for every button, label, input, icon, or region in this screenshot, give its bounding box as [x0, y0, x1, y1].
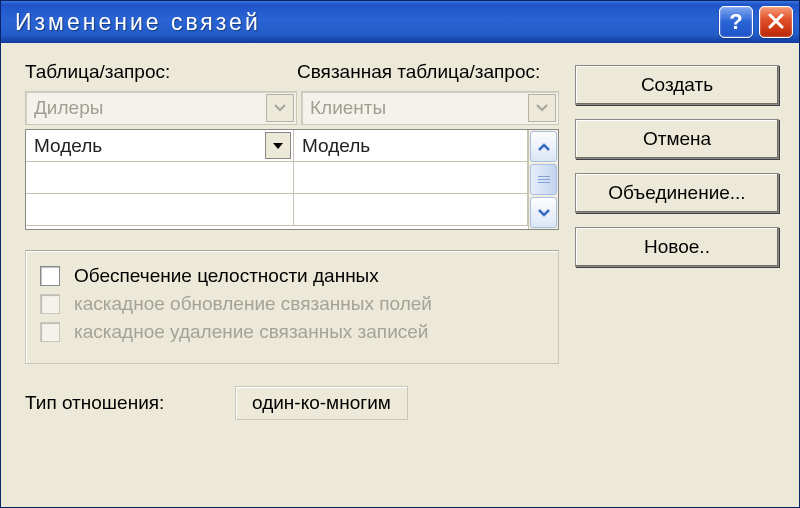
checkbox-cascade-delete-label: каскадное удаление связанных записей — [74, 321, 428, 343]
right-field-value: Модель — [302, 135, 370, 157]
new-button-label: Новое.. — [644, 236, 710, 258]
dialog-window: Изменение связей ? Таблица/запрос: Связа… — [0, 0, 800, 508]
table-combo[interactable]: Дилеры — [25, 91, 297, 125]
chevron-down-icon — [274, 104, 286, 112]
integrity-group: Обеспечение целостности данных каскадное… — [25, 250, 559, 364]
left-field-value: Модель — [34, 135, 102, 157]
checkbox-row-cascade-delete: каскадное удаление связанных записей — [40, 321, 544, 343]
table-row — [26, 194, 528, 226]
left-field-cell[interactable]: Модель — [26, 130, 294, 162]
label-related-table-query: Связанная таблица/запрос: — [297, 61, 540, 83]
vertical-scrollbar[interactable] — [528, 130, 558, 229]
checkbox-cascade-update — [40, 294, 60, 314]
close-button[interactable] — [759, 6, 793, 38]
titlebar: Изменение связей ? — [1, 1, 799, 43]
help-button[interactable]: ? — [719, 6, 753, 38]
empty-cell[interactable] — [294, 194, 528, 226]
relation-type-label: Тип отношения: — [25, 392, 235, 414]
empty-cell[interactable] — [26, 162, 294, 194]
checkbox-integrity-label: Обеспечение целостности данных — [74, 265, 379, 287]
relation-type-row: Тип отношения: один-ко-многим — [25, 386, 559, 420]
checkbox-cascade-update-label: каскадное обновление связанных полей — [74, 293, 432, 315]
chevron-down-icon — [536, 104, 548, 112]
table-row — [26, 162, 528, 194]
left-column: Таблица/запрос: Связанная таблица/запрос… — [25, 61, 575, 489]
left-field-dropdown-button[interactable] — [265, 132, 291, 159]
caret-down-icon — [273, 143, 283, 149]
help-icon: ? — [729, 9, 742, 35]
table-row: Модель Модель — [26, 130, 528, 162]
empty-cell[interactable] — [26, 194, 294, 226]
related-table-combo-dropdown-button[interactable] — [528, 94, 556, 122]
scroll-thumb[interactable] — [530, 164, 557, 195]
button-column: Создать Отмена Объединение... Новое.. — [575, 61, 779, 489]
chevron-down-icon — [538, 209, 550, 217]
labels-row: Таблица/запрос: Связанная таблица/запрос… — [25, 61, 559, 83]
label-table-query: Таблица/запрос: — [25, 61, 297, 83]
join-button-label: Объединение... — [608, 182, 745, 204]
join-button[interactable]: Объединение... — [575, 173, 779, 213]
table-combo-value: Дилеры — [34, 97, 103, 119]
empty-cell[interactable] — [294, 162, 528, 194]
related-table-combo[interactable]: Клиенты — [301, 91, 559, 125]
checkbox-row-integrity[interactable]: Обеспечение целостности данных — [40, 265, 544, 287]
close-icon — [768, 9, 784, 35]
scroll-up-button[interactable] — [530, 131, 557, 162]
checkbox-cascade-delete — [40, 322, 60, 342]
fields-grid: Модель Модель — [25, 129, 559, 230]
cancel-button-label: Отмена — [643, 128, 711, 150]
create-button-label: Создать — [641, 74, 713, 96]
chevron-up-icon — [538, 143, 550, 151]
relation-type-value: один-ко-многим — [235, 386, 408, 420]
checkbox-row-cascade-update: каскадное обновление связанных полей — [40, 293, 544, 315]
cancel-button[interactable]: Отмена — [575, 119, 779, 159]
grid-body: Модель Модель — [26, 130, 528, 229]
window-title: Изменение связей — [15, 9, 713, 36]
scroll-down-button[interactable] — [530, 197, 557, 228]
dialog-body: Таблица/запрос: Связанная таблица/запрос… — [1, 43, 799, 507]
checkbox-integrity[interactable] — [40, 266, 60, 286]
right-field-cell[interactable]: Модель — [294, 130, 528, 162]
create-button[interactable]: Создать — [575, 65, 779, 105]
related-table-combo-value: Клиенты — [310, 97, 386, 119]
table-combo-dropdown-button[interactable] — [266, 94, 294, 122]
new-button[interactable]: Новое.. — [575, 227, 779, 267]
combos-row: Дилеры Клиенты — [25, 91, 559, 125]
